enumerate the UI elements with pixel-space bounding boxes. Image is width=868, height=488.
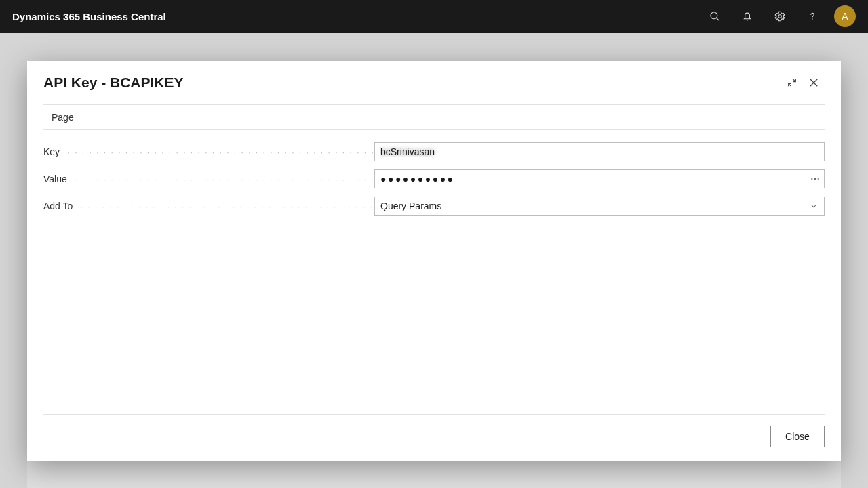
chevron-down-icon — [809, 201, 818, 211]
svg-line-1 — [716, 18, 719, 20]
close-button[interactable]: Close — [770, 426, 825, 447]
svg-point-0 — [711, 12, 717, 19]
collapse-icon[interactable] — [781, 72, 803, 94]
close-icon[interactable] — [803, 72, 825, 94]
svg-point-3 — [812, 18, 812, 19]
search-icon[interactable] — [698, 0, 731, 33]
key-label: Key — [43, 146, 374, 157]
add-to-value: Query Params — [380, 201, 441, 211]
value-assist-button[interactable] — [810, 169, 821, 188]
section-label[interactable]: Page — [43, 105, 825, 129]
api-key-dialog: API Key - BCAPIKEY Page Key Value — [27, 61, 841, 461]
svg-point-5 — [811, 178, 812, 180]
dialog-title: API Key - BCAPIKEY — [43, 75, 781, 91]
svg-point-6 — [814, 178, 816, 180]
app-title: Dynamics 365 Business Central — [12, 11, 166, 22]
app-header: Dynamics 365 Business Central A — [0, 0, 868, 33]
svg-point-2 — [778, 15, 782, 18]
user-avatar[interactable]: A — [834, 5, 856, 27]
key-input[interactable] — [374, 142, 825, 161]
value-label: Value — [43, 174, 374, 184]
add-to-select[interactable]: Query Params — [374, 197, 825, 216]
help-icon[interactable] — [796, 0, 829, 33]
value-input[interactable] — [374, 169, 825, 188]
notifications-icon[interactable] — [731, 0, 764, 33]
settings-icon[interactable] — [764, 0, 796, 33]
svg-point-7 — [818, 178, 819, 180]
add-to-label: Add To — [43, 201, 374, 211]
